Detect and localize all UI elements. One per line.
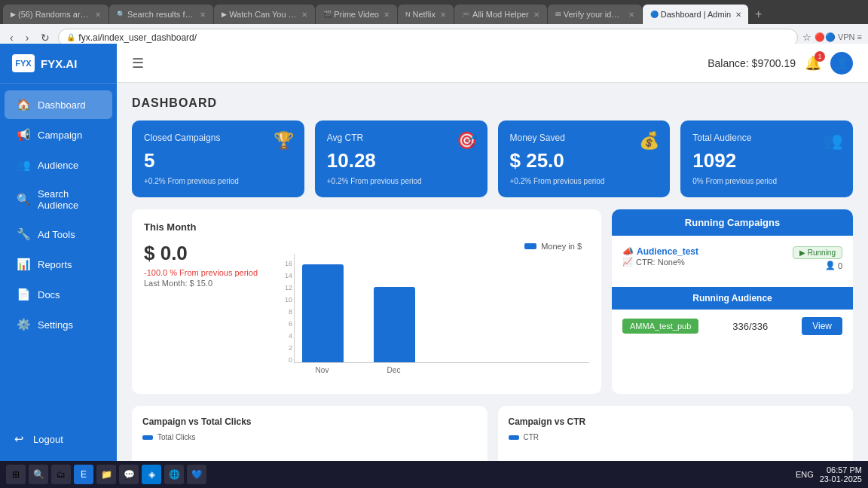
extension-area: 🔴🔵 VPN ≡ [815,32,862,42]
taskbar: ⊞ 🔍 🗂 E 📁 💬 ◈ 🌐 💙 ENG 06:57 PM 23-01-202… [0,461,868,488]
campaign-item: 📣 Audience_test 📈 CTR: None% [622,246,842,270]
bookmark-icon[interactable]: ☆ [802,32,811,43]
tab-6[interactable]: 🎮 Alli Mod Helper✕ [454,5,547,24]
stat-value-0: 5 [144,149,292,172]
search-taskbar-icon[interactable]: 🔍 [29,465,48,484]
taskbar-lang: ENG [796,470,814,479]
topbar-right: Balance: $9700.19 🔔 1 👤 [708,52,853,75]
edge-icon[interactable]: E [74,465,93,484]
running-campaigns-panel: Running Campaigns 📣 Audience_test 📈 [612,209,853,394]
taskview-icon[interactable]: 🗂 [51,465,71,484]
sidebar-item-docs[interactable]: 📄 Docs [5,280,112,309]
sidebar-item-search-audience[interactable]: 🔍 Search Audience [5,181,112,218]
campaign-icon: 📢 [17,128,30,142]
this-month-value: $ 0.0 [144,242,258,265]
sidebar-item-ad-tools[interactable]: 🔧 Ad Tools [5,220,112,249]
sidebar-label-dashboard: Dashboard [38,99,86,111]
new-tab-button[interactable]: + [749,5,769,24]
tab-1[interactable]: ▶ (56) Randoms are SHOCK...✕ [3,5,108,24]
topbar: ☰ Balance: $9700.19 🔔 1 👤 [117,44,868,83]
audience-count: 👤 0 [825,261,842,270]
reload-button[interactable]: ↻ [37,30,53,45]
campaign-status: ▶ Running 👤 0 [793,246,842,270]
docs-icon: 📄 [17,288,30,301]
files-icon[interactable]: 📁 [96,465,116,484]
stats-grid: Closed Campaigns 5 +0.2% From previous p… [132,120,853,197]
tab-2[interactable]: 🔍 Search results for your f...✕ [109,5,213,24]
nav-spacer [0,340,117,425]
notification-bell[interactable]: 🔔 1 [805,55,821,72]
stat-change-0: +0.2% From previous period [144,177,292,185]
chart-icon: 📈 [622,257,633,267]
forward-button[interactable]: › [22,30,33,45]
view-button[interactable]: View [802,317,842,335]
windows-icon[interactable]: ⊞ [6,465,26,484]
campaign-ctr: 📈 CTR: None% [622,257,787,267]
sidebar: FYX FYX.AI 🏠 Dashboard 📢 Campaign 👥 Audi… [0,44,117,461]
x-label-nov: Nov [301,366,343,374]
bar-chart-wrap: 1614121086420 [273,254,589,382]
running-audience-header: Running Audience [612,287,853,310]
x-axis: Nov Dec [294,363,589,377]
tab-3[interactable]: ▶ Watch Can You Keep a S...✕ [214,5,315,24]
campaign-vs-ctr-title: Campaign vs CTR [509,416,843,427]
sidebar-label-docs: Docs [38,289,60,300]
topbar-left: ☰ [132,55,144,72]
audience-tag: AMMA_test_pub [622,319,698,334]
status-badge: ▶ Running [793,246,842,259]
app-container: FYX FYX.AI 🏠 Dashboard 📢 Campaign 👥 Audi… [0,44,868,461]
sidebar-item-campaign[interactable]: 📢 Campaign [5,120,112,149]
this-month-last: Last Month: $ 15.0 [144,279,258,288]
clicks-legend: Total Clicks [142,433,477,441]
logout-button[interactable]: ↩ Logout [0,425,117,453]
stat-icon-2: 💰 [639,131,659,151]
ctr-legend-label: CTR [524,433,539,441]
stat-title-2: Money Saved [510,133,659,143]
stat-title-0: Closed Campaigns [144,133,292,143]
bar-nov [302,264,344,362]
reports-icon: 📊 [17,258,30,271]
this-month-title: This Month [144,221,589,233]
sidebar-label-reports: Reports [38,259,72,270]
megaphone-icon: 📣 [622,246,634,257]
stat-card-total-audience: Total Audience 1092 0% From previous per… [680,120,853,197]
hamburger-menu[interactable]: ☰ [132,55,144,72]
sidebar-item-audience[interactable]: 👥 Audience [5,151,112,179]
audience-row: AMMA_test_pub 336/336 View [612,310,853,343]
sidebar-label-settings: Settings [38,319,73,331]
nav-actions: ☆ 🔴🔵 VPN ≡ [802,32,862,43]
running-campaigns-header: Running Campaigns [612,209,853,236]
panels-row: This Month $ 0.0 -100.0 % From previous … [132,209,853,394]
content-area: DASHBOARD Closed Campaigns 5 +0.2% From … [117,83,868,461]
ad-tools-icon: 🔧 [17,227,30,241]
stat-change-2: +0.2% From previous period [510,177,659,185]
dashboard-icon: 🏠 [17,98,30,111]
tab-7[interactable]: ✉ Verify your identity - sen...✕ [548,5,642,24]
sidebar-label-ad-tools: Ad Tools [38,229,75,240]
sidebar-item-settings[interactable]: ⚙️ Settings [5,310,112,339]
campaign-vs-total-clicks-panel: Campaign vs Total Clicks Total Clicks [132,406,487,461]
settings-icon: ⚙️ [17,318,30,331]
bar-dec-rect [374,287,415,362]
tab-4[interactable]: 🎬 Prime Video✕ [316,5,397,24]
stat-title-3: Total Audience [692,133,841,143]
this-month-panel: This Month $ 0.0 -100.0 % From previous … [132,209,601,394]
x-label-dec: Dec [373,366,414,374]
user-avatar[interactable]: 👤 [830,52,853,75]
campaign-vs-clicks-title: Campaign vs Total Clicks [142,416,477,427]
back-button[interactable]: ‹ [6,30,17,45]
browser2-icon[interactable]: 🌐 [164,465,184,484]
chat-icon[interactable]: 💬 [119,465,139,484]
discord-icon[interactable]: 💙 [187,465,206,484]
tab-5[interactable]: N Netflix✕ [398,5,454,24]
y-axis: 1614121086420 [273,260,292,364]
sidebar-item-reports[interactable]: 📊 Reports [5,250,112,279]
logo-text: FYX [15,59,31,68]
vscode-icon[interactable]: ◈ [142,465,161,484]
sidebar-item-dashboard[interactable]: 🏠 Dashboard [5,90,112,119]
logo-name: FYX.AI [41,57,77,70]
audience-num: 336/336 [732,321,768,332]
tab-8[interactable]: 🔵 Dashboard | Admin✕ [643,5,748,24]
clicks-legend-label: Total Clicks [157,433,196,441]
sidebar-label-audience: Audience [38,160,78,171]
